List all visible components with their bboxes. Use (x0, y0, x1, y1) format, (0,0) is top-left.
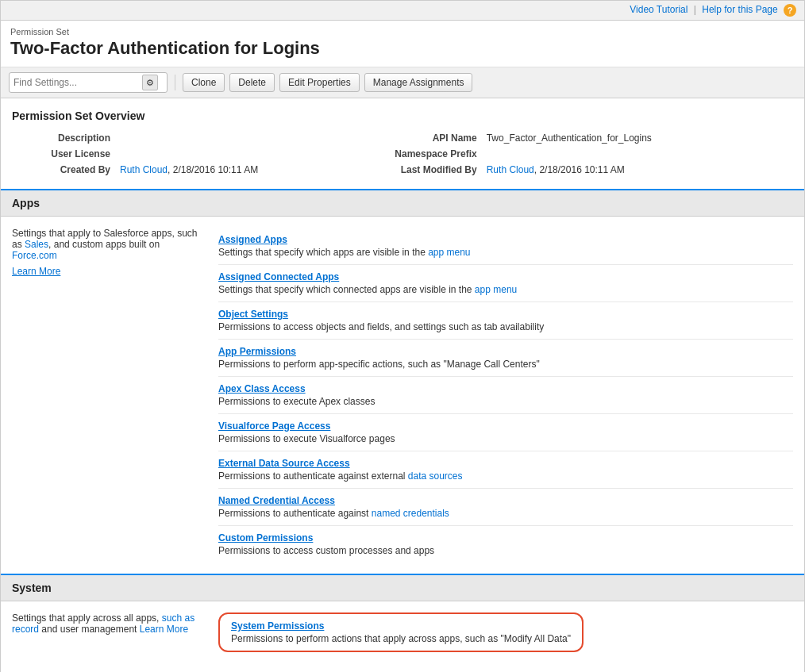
overview-section: Permission Set Overview Description API … (1, 98, 804, 178)
app-permissions-desc: Permissions to perform app-specific acti… (218, 359, 793, 370)
created-by-link[interactable]: Ruth Cloud (120, 164, 168, 175)
assigned-connected-apps-link[interactable]: Assigned Connected Apps (218, 271, 793, 282)
sales-link[interactable]: Sales (25, 239, 48, 250)
app-menu-link1[interactable]: app menu (428, 247, 470, 258)
system-content: Settings that apply across all apps, suc… (1, 601, 804, 663)
list-item: Named Credential Access Permissions to a… (218, 489, 793, 526)
apex-class-access-desc: Permissions to execute Apex classes (218, 396, 793, 407)
user-license-label: User License (12, 146, 115, 162)
object-settings-desc: Permissions to access objects and fields… (218, 321, 793, 332)
toolbar: ⚙ Clone Delete Edit Properties Manage As… (1, 67, 804, 98)
help-link[interactable]: Help for this Page (702, 4, 777, 15)
data-sources-link[interactable]: data sources (408, 470, 463, 482)
custom-permissions-desc: Permissions to access custom processes a… (218, 545, 793, 556)
top-bar-links: Video Tutorial | Help for this Page ? (630, 4, 796, 17)
page-title: Two-Factor Authentication for Logins (10, 38, 795, 59)
forcecom-link[interactable]: Force.com (12, 250, 57, 261)
user-license-value (115, 146, 379, 162)
last-modified-link[interactable]: Ruth Cloud (487, 164, 534, 175)
manage-assignments-button[interactable]: Manage Assignments (364, 73, 473, 92)
pipe-divider: | (694, 4, 696, 15)
external-data-source-desc: Permissions to authenticate against exte… (218, 470, 793, 482)
assigned-apps-link[interactable]: Assigned Apps (218, 234, 793, 245)
namespace-prefix-label: Namespace Prefix (379, 146, 482, 162)
table-row: User License Namespace Prefix (12, 146, 793, 162)
created-by-label: Created By (12, 162, 115, 178)
system-permissions-link[interactable]: System Permissions (231, 620, 571, 632)
app-permissions-link[interactable]: App Permissions (218, 346, 793, 357)
search-wrapper: ⚙ (9, 72, 168, 93)
table-row: Created By Ruth Cloud, 2/18/2016 10:11 A… (12, 162, 793, 178)
description-label: Description (12, 130, 115, 146)
named-credential-link[interactable]: Named Credential Access (218, 495, 793, 506)
apps-content: Settings that apply to Salesforce apps, … (1, 217, 804, 574)
custom-permissions-link[interactable]: Custom Permissions (218, 532, 793, 543)
table-row: Description API Name Two_Factor_Authenti… (12, 130, 793, 146)
list-item: Visualforce Page Access Permissions to e… (218, 414, 793, 451)
toolbar-divider (175, 75, 175, 90)
delete-button[interactable]: Delete (229, 73, 275, 92)
namespace-prefix-value (482, 146, 793, 162)
named-credential-desc: Permissions to authenticate against name… (218, 508, 793, 519)
api-name-value: Two_Factor_Authentication_for_Logins (482, 130, 793, 146)
visualforce-page-access-link[interactable]: Visualforce Page Access (218, 420, 793, 432)
help-icon[interactable]: ? (784, 4, 796, 17)
app-menu-link2[interactable]: app menu (475, 284, 517, 295)
description-value (115, 130, 379, 146)
system-section: System Settings that apply across all ap… (1, 574, 804, 663)
search-settings-icon[interactable]: ⚙ (142, 75, 158, 90)
video-tutorial-link[interactable]: Video Tutorial (630, 4, 688, 15)
permission-set-label: Permission Set (10, 27, 795, 36)
apps-learn-more-link[interactable]: Learn More (12, 266, 202, 277)
apps-system-section: Apps Settings that apply to Salesforce a… (1, 189, 804, 574)
last-modified-value: Ruth Cloud, 2/18/2016 10:11 AM (482, 162, 793, 178)
apex-class-access-link[interactable]: Apex Class Access (218, 383, 793, 394)
list-item: Custom Permissions Permissions to access… (218, 526, 793, 563)
assigned-connected-apps-desc: Settings that specify which connected ap… (218, 284, 793, 295)
system-learn-more-link[interactable]: Learn More (140, 624, 188, 635)
system-left-description: Settings that apply across all apps, suc… (12, 612, 218, 652)
clone-button[interactable]: Clone (183, 73, 225, 92)
created-by-value: Ruth Cloud, 2/18/2016 10:11 AM (115, 162, 379, 178)
list-item: Apex Class Access Permissions to execute… (218, 377, 793, 414)
last-modified-label: Last Modified By (379, 162, 482, 178)
api-name-label: API Name (379, 130, 482, 146)
apps-section-header: Apps (1, 189, 804, 217)
apps-right-menu: Assigned Apps Settings that specify whic… (218, 228, 793, 563)
overview-title: Permission Set Overview (12, 109, 793, 122)
object-settings-link[interactable]: Object Settings (218, 309, 793, 320)
named-credentials-link[interactable]: named credentials (372, 508, 449, 519)
apps-left-description: Settings that apply to Salesforce apps, … (12, 228, 218, 563)
list-item: App Permissions Permissions to perform a… (218, 340, 793, 377)
list-item: Assigned Connected Apps Settings that sp… (218, 265, 793, 302)
assigned-apps-desc: Settings that specify which apps are vis… (218, 247, 793, 258)
system-permissions-box: System Permissions Permissions to perfor… (218, 612, 584, 652)
system-right-menu: System Permissions Permissions to perfor… (218, 612, 793, 652)
visualforce-page-access-desc: Permissions to execute Visualforce pages (218, 433, 793, 444)
list-item: Assigned Apps Settings that specify whic… (218, 228, 793, 265)
edit-properties-button[interactable]: Edit Properties (279, 73, 360, 92)
external-data-source-link[interactable]: External Data Source Access (218, 458, 793, 469)
list-item: Object Settings Permissions to access ob… (218, 302, 793, 340)
bottom-spacer (1, 663, 804, 672)
search-input[interactable] (13, 77, 141, 88)
list-item: External Data Source Access Permissions … (218, 451, 793, 489)
system-section-header: System (1, 574, 804, 601)
overview-table: Description API Name Two_Factor_Authenti… (12, 130, 793, 178)
system-permissions-desc: Permissions to perform actions that appl… (231, 633, 571, 644)
page-header: Permission Set Two-Factor Authentication… (1, 21, 804, 67)
top-bar: Video Tutorial | Help for this Page ? (1, 1, 804, 21)
